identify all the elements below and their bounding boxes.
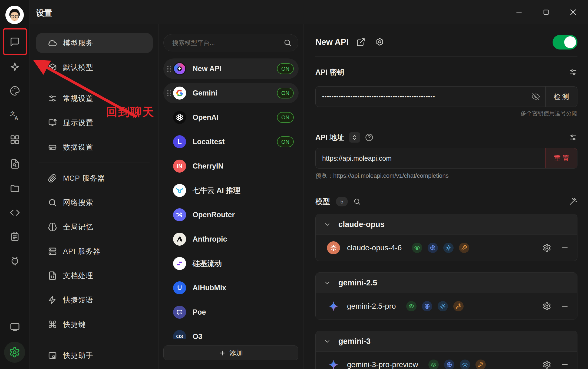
avatar[interactable]	[5, 6, 24, 24]
nav-item-api-server[interactable]: API 服务器	[36, 241, 153, 261]
provider-item-localtest[interactable]: L Localtest ON	[163, 131, 299, 152]
page-title: 设置	[36, 8, 52, 19]
provider-search-input[interactable]	[172, 39, 283, 47]
nav-item-mcp-servers[interactable]: MCP 服务器	[36, 168, 153, 188]
status-badge: ON	[277, 63, 294, 74]
code-icon[interactable]	[10, 207, 20, 218]
provider-config-nut-icon[interactable]	[375, 38, 384, 47]
models-label: 模型	[315, 197, 330, 206]
agents-sparkle-icon[interactable]	[10, 62, 20, 72]
url-format-toggle-button[interactable]	[349, 132, 360, 143]
add-provider-button[interactable]: 添加	[163, 345, 298, 360]
provider-search-box[interactable]	[163, 34, 298, 51]
provider-item-new-api[interactable]: ✦ New API ON	[163, 58, 299, 79]
nav-item-document-processing[interactable]: 文档处理	[36, 266, 153, 286]
model-settings-gear-icon[interactable]	[543, 243, 551, 252]
knowledge-file-search-icon[interactable]	[10, 159, 20, 169]
close-button[interactable]	[565, 4, 582, 21]
vision-eye-icon	[406, 301, 417, 311]
model-row-gemini-2-5-pro[interactable]: gemini-2.5-pro	[316, 293, 577, 319]
settings-nav: 模型服务 默认模型 常规设置 显示设置 数据设置 MCP 服务器 网络搜索 全局…	[30, 24, 158, 369]
paintings-palette-icon[interactable]	[10, 86, 20, 96]
nav-item-quick-phrases[interactable]: 快捷短语	[36, 290, 153, 310]
provider-item-anthropic[interactable]: Anthropic	[163, 229, 299, 249]
chevron-down-icon	[324, 338, 331, 345]
reset-url-button[interactable]: 重 置	[546, 148, 577, 169]
provider-enabled-toggle[interactable]	[553, 35, 577, 50]
model-group-header[interactable]: gemini-2.5	[316, 273, 577, 293]
poe-logo-icon	[173, 306, 186, 319]
command-icon	[48, 320, 57, 329]
url-preview: 预览：https://api.moleapi.com/v1/chat/compl…	[315, 172, 577, 180]
reasoning-sun-icon	[443, 243, 454, 253]
provider-item-poe[interactable]: Poe	[163, 302, 299, 322]
model-group-gemini-2-5: gemini-2.5 gemini-2.5-pro	[315, 272, 577, 319]
model-group-header[interactable]: claude-opus	[316, 214, 577, 235]
gemini-logo-icon	[327, 358, 340, 369]
provider-item-openrouter[interactable]: OpenRouter	[163, 205, 299, 225]
nav-item-quick-assistant[interactable]: 快捷助手	[36, 345, 153, 365]
reasoning-sun-icon	[438, 301, 448, 311]
chevron-down-icon	[324, 279, 331, 286]
provider-detail-panel: New API API 密钥 检 测 多个密钥使用逗号分隔 API 地址 重 置…	[304, 24, 588, 369]
display-monitor-icon[interactable]	[10, 322, 20, 332]
nav-item-default-models[interactable]: 默认模型	[36, 57, 153, 77]
model-settings-gear-icon[interactable]	[543, 302, 551, 311]
files-folder-icon[interactable]	[10, 183, 20, 193]
cloud-icon	[48, 38, 57, 48]
gemini-logo-icon	[327, 300, 340, 313]
openai-logo-icon	[173, 111, 186, 124]
divider	[39, 163, 150, 163]
api-url-label: API 地址	[315, 133, 344, 142]
remove-model-minus-icon[interactable]	[560, 360, 569, 369]
drag-handle-icon[interactable]	[167, 64, 171, 73]
key-settings-sliders-icon[interactable]	[569, 68, 577, 77]
provider-item-siliconflow[interactable]: 硅基流动	[163, 253, 299, 274]
minimize-button[interactable]	[511, 4, 527, 21]
manage-models-wand-icon[interactable]	[569, 197, 577, 206]
qiniu-bull-logo-icon	[173, 184, 186, 197]
status-badge: ON	[277, 112, 294, 123]
nav-item-web-search[interactable]: 网络搜索	[36, 193, 153, 213]
model-count-badge: 5	[336, 197, 348, 206]
model-group-claude-opus: claude-opus claude-opus-4-6	[315, 214, 577, 261]
provider-item-qiniu[interactable]: 七牛云 AI 推理	[163, 180, 299, 201]
model-row-gemini-3-pro-preview[interactable]: gemini-3-pro-preview	[316, 352, 577, 369]
help-icon[interactable]	[365, 133, 374, 142]
eye-off-icon[interactable]	[526, 87, 545, 107]
nav-item-model-services[interactable]: 模型服务	[36, 33, 153, 53]
provider-item-gemini[interactable]: Gemini ON	[163, 83, 299, 103]
url-settings-sliders-icon[interactable]	[569, 133, 577, 142]
model-search-icon[interactable]	[353, 198, 361, 205]
notes-icon[interactable]	[10, 232, 20, 242]
google-logo-icon	[173, 87, 186, 100]
model-settings-gear-icon[interactable]	[543, 360, 551, 369]
package-icon	[48, 63, 57, 72]
check-key-button[interactable]: 检 测	[545, 87, 577, 107]
remove-model-minus-icon[interactable]	[560, 302, 569, 311]
nav-item-global-memory[interactable]: 全局记忆	[36, 217, 153, 237]
file-code-icon	[48, 271, 57, 280]
translate-icon[interactable]	[10, 110, 20, 121]
minapps-grid-icon[interactable]	[10, 134, 20, 145]
nav-item-shortcuts[interactable]: 快捷键	[36, 314, 153, 334]
model-row-claude-opus-4-6[interactable]: claude-opus-4-6	[316, 235, 577, 261]
provider-item-openai[interactable]: OpenAI ON	[163, 107, 299, 128]
vision-eye-icon	[428, 360, 439, 369]
new-api-logo-icon: ✦	[173, 62, 186, 75]
tools-wrench-icon	[459, 243, 469, 253]
api-key-input[interactable]	[316, 87, 526, 107]
settings-gear-icon[interactable]	[4, 342, 25, 363]
provider-item-cherryin[interactable]: IN CherryIN	[163, 156, 299, 176]
model-group-header[interactable]: gemini-3	[316, 331, 577, 352]
robot-icon[interactable]	[10, 256, 20, 266]
provider-item-aihubmix[interactable]: AiHubMix	[163, 278, 299, 298]
remove-model-minus-icon[interactable]	[560, 243, 569, 252]
nav-item-data-settings[interactable]: 数据设置	[36, 137, 153, 157]
api-url-input[interactable]	[316, 148, 546, 168]
server-icon	[48, 247, 57, 256]
maximize-button[interactable]	[538, 4, 554, 21]
divider	[39, 83, 150, 83]
external-link-icon[interactable]	[356, 38, 365, 47]
drag-handle-icon[interactable]	[167, 88, 171, 98]
